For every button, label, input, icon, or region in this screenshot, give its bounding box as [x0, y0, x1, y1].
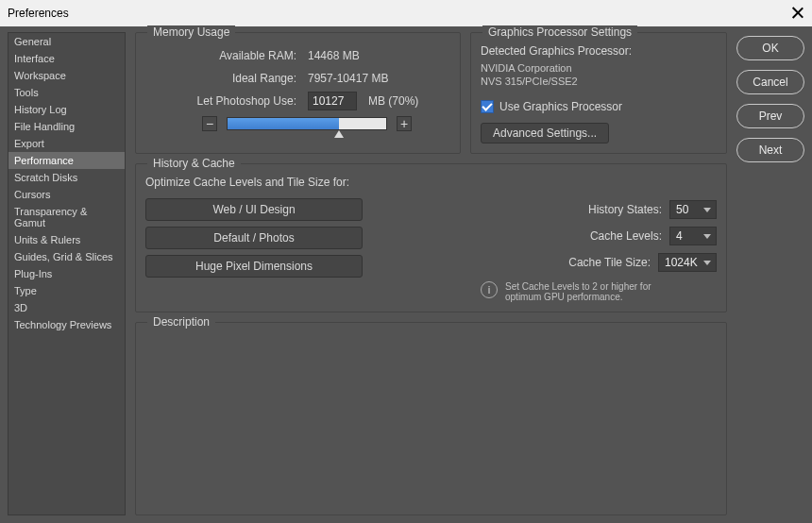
- sidebar-item-units-rulers[interactable]: Units & Rulers: [8, 231, 125, 248]
- cache-tile-size-select[interactable]: 1024K: [658, 253, 717, 272]
- next-button[interactable]: Next: [736, 138, 804, 162]
- use-gpu-checkbox[interactable]: [481, 100, 494, 113]
- sidebar-item-guides-grid-slices[interactable]: Guides, Grid & Slices: [8, 248, 125, 265]
- preset-web-ui-button[interactable]: Web / UI Design: [145, 198, 363, 221]
- ok-button[interactable]: OK: [736, 36, 804, 60]
- close-icon[interactable]: [791, 7, 804, 20]
- ideal-range-label: Ideal Range:: [145, 72, 296, 85]
- memory-increase-button[interactable]: +: [397, 116, 412, 131]
- preferences-sidebar: General Interface Workspace Tools Histor…: [8, 32, 126, 515]
- graphics-settings-legend: Graphics Processor Settings: [482, 25, 637, 39]
- optimize-label: Optimize Cache Levels and Tile Size for:: [145, 176, 386, 189]
- cache-info-text: Set Cache Levels to 2 or higher for opti…: [505, 281, 656, 302]
- gpu-vendor: NVIDIA Corporation: [481, 61, 717, 75]
- sidebar-item-interface[interactable]: Interface: [8, 50, 125, 67]
- sidebar-item-workspace[interactable]: Workspace: [8, 67, 125, 84]
- cache-tile-size-label: Cache Tile Size:: [568, 256, 651, 269]
- photoshop-use-input[interactable]: [308, 92, 357, 110]
- memory-slider-thumb-icon[interactable]: [334, 130, 344, 138]
- photoshop-use-label: Let Photoshop Use:: [145, 94, 296, 108]
- description-group: Description: [135, 322, 727, 515]
- available-ram-label: Available RAM:: [145, 49, 296, 62]
- description-legend: Description: [147, 315, 215, 329]
- sidebar-item-tools[interactable]: Tools: [8, 84, 125, 101]
- prev-button[interactable]: Prev: [736, 104, 804, 128]
- sidebar-item-file-handling[interactable]: File Handling: [8, 118, 125, 135]
- cache-levels-select[interactable]: 4: [669, 227, 717, 245]
- sidebar-item-export[interactable]: Export: [8, 135, 125, 152]
- cache-levels-label: Cache Levels:: [590, 229, 662, 243]
- sidebar-item-transparency-gamut[interactable]: Transparency & Gamut: [8, 203, 125, 231]
- cancel-button[interactable]: Cancel: [736, 70, 804, 94]
- sidebar-item-performance[interactable]: Performance: [8, 152, 125, 169]
- info-icon: i: [481, 281, 498, 298]
- memory-usage-group: Memory Usage Available RAM: 14468 MB Ide…: [135, 32, 461, 154]
- sidebar-item-technology-previews[interactable]: Technology Previews: [8, 316, 125, 333]
- use-gpu-label: Use Graphics Processor: [499, 100, 622, 113]
- memory-usage-legend: Memory Usage: [147, 25, 235, 39]
- photoshop-use-suffix: MB (70%): [368, 94, 418, 108]
- history-states-select[interactable]: 50: [669, 200, 717, 219]
- available-ram-value: 14468 MB: [308, 49, 360, 62]
- sidebar-item-history-log[interactable]: History Log: [8, 101, 125, 118]
- preset-default-photos-button[interactable]: Default / Photos: [145, 227, 363, 249]
- main-panel: Memory Usage Available RAM: 14468 MB Ide…: [135, 32, 727, 515]
- gpu-device: NVS 315/PCIe/SSE2: [481, 75, 717, 88]
- memory-slider-fill: [228, 118, 339, 129]
- sidebar-item-3d[interactable]: 3D: [8, 299, 125, 316]
- history-cache-group: History & Cache Optimize Cache Levels an…: [135, 163, 727, 312]
- sidebar-item-plugins[interactable]: Plug-Ins: [8, 265, 125, 282]
- dialog-body: General Interface Workspace Tools Histor…: [0, 26, 812, 523]
- ideal-range-value: 7957-10417 MB: [308, 72, 388, 85]
- graphics-settings-group: Graphics Processor Settings Detected Gra…: [470, 32, 727, 154]
- history-cache-legend: History & Cache: [147, 157, 241, 170]
- preset-huge-pixel-button[interactable]: Huge Pixel Dimensions: [145, 255, 363, 278]
- memory-slider[interactable]: [227, 117, 387, 130]
- sidebar-item-type[interactable]: Type: [8, 282, 125, 299]
- titlebar: Preferences: [0, 0, 812, 26]
- sidebar-item-general[interactable]: General: [8, 33, 125, 50]
- advanced-settings-button[interactable]: Advanced Settings...: [481, 123, 609, 143]
- detected-gpu-label: Detected Graphics Processor:: [481, 44, 717, 58]
- memory-decrease-button[interactable]: −: [202, 116, 217, 131]
- sidebar-item-scratch-disks[interactable]: Scratch Disks: [8, 169, 125, 186]
- history-states-label: History States:: [588, 203, 662, 216]
- dialog-title: Preferences: [8, 7, 69, 20]
- sidebar-item-cursors[interactable]: Cursors: [8, 186, 125, 203]
- dialog-buttons: OK Cancel Prev Next: [736, 32, 804, 515]
